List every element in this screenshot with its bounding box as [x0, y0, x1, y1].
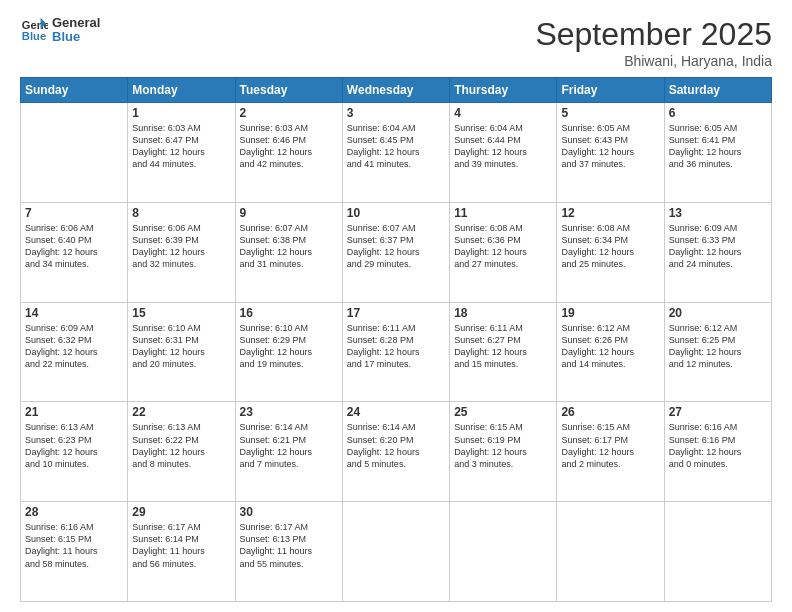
day-number: 16 — [240, 306, 338, 320]
calendar-cell: 22Sunrise: 6:13 AM Sunset: 6:22 PM Dayli… — [128, 402, 235, 502]
day-info: Sunrise: 6:04 AM Sunset: 6:44 PM Dayligh… — [454, 122, 552, 171]
day-info: Sunrise: 6:14 AM Sunset: 6:20 PM Dayligh… — [347, 421, 445, 470]
page: General Blue General Blue September 2025… — [0, 0, 792, 612]
day-number: 3 — [347, 106, 445, 120]
day-number: 1 — [132, 106, 230, 120]
calendar-cell: 5Sunrise: 6:05 AM Sunset: 6:43 PM Daylig… — [557, 103, 664, 203]
calendar-cell: 16Sunrise: 6:10 AM Sunset: 6:29 PM Dayli… — [235, 302, 342, 402]
day-info: Sunrise: 6:10 AM Sunset: 6:29 PM Dayligh… — [240, 322, 338, 371]
column-header-wednesday: Wednesday — [342, 78, 449, 103]
day-number: 5 — [561, 106, 659, 120]
calendar-cell: 4Sunrise: 6:04 AM Sunset: 6:44 PM Daylig… — [450, 103, 557, 203]
calendar-cell: 19Sunrise: 6:12 AM Sunset: 6:26 PM Dayli… — [557, 302, 664, 402]
calendar-cell: 14Sunrise: 6:09 AM Sunset: 6:32 PM Dayli… — [21, 302, 128, 402]
calendar-cell — [664, 502, 771, 602]
header: General Blue General Blue September 2025… — [20, 16, 772, 69]
day-info: Sunrise: 6:17 AM Sunset: 6:14 PM Dayligh… — [132, 521, 230, 570]
day-info: Sunrise: 6:06 AM Sunset: 6:39 PM Dayligh… — [132, 222, 230, 271]
calendar-cell — [557, 502, 664, 602]
calendar-cell: 9Sunrise: 6:07 AM Sunset: 6:38 PM Daylig… — [235, 202, 342, 302]
logo-text-general: General — [52, 16, 100, 30]
day-number: 13 — [669, 206, 767, 220]
svg-text:Blue: Blue — [22, 31, 46, 43]
day-number: 11 — [454, 206, 552, 220]
day-number: 10 — [347, 206, 445, 220]
day-number: 29 — [132, 505, 230, 519]
day-number: 8 — [132, 206, 230, 220]
day-info: Sunrise: 6:17 AM Sunset: 6:13 PM Dayligh… — [240, 521, 338, 570]
day-number: 25 — [454, 405, 552, 419]
column-header-tuesday: Tuesday — [235, 78, 342, 103]
day-number: 15 — [132, 306, 230, 320]
calendar-cell: 21Sunrise: 6:13 AM Sunset: 6:23 PM Dayli… — [21, 402, 128, 502]
day-info: Sunrise: 6:10 AM Sunset: 6:31 PM Dayligh… — [132, 322, 230, 371]
calendar-cell — [342, 502, 449, 602]
day-info: Sunrise: 6:03 AM Sunset: 6:47 PM Dayligh… — [132, 122, 230, 171]
day-info: Sunrise: 6:04 AM Sunset: 6:45 PM Dayligh… — [347, 122, 445, 171]
calendar-cell: 17Sunrise: 6:11 AM Sunset: 6:28 PM Dayli… — [342, 302, 449, 402]
day-number: 22 — [132, 405, 230, 419]
day-info: Sunrise: 6:12 AM Sunset: 6:25 PM Dayligh… — [669, 322, 767, 371]
calendar-header-row: SundayMondayTuesdayWednesdayThursdayFrid… — [21, 78, 772, 103]
calendar-cell: 28Sunrise: 6:16 AM Sunset: 6:15 PM Dayli… — [21, 502, 128, 602]
day-info: Sunrise: 6:06 AM Sunset: 6:40 PM Dayligh… — [25, 222, 123, 271]
calendar-cell: 26Sunrise: 6:15 AM Sunset: 6:17 PM Dayli… — [557, 402, 664, 502]
calendar-cell: 6Sunrise: 6:05 AM Sunset: 6:41 PM Daylig… — [664, 103, 771, 203]
calendar-cell: 20Sunrise: 6:12 AM Sunset: 6:25 PM Dayli… — [664, 302, 771, 402]
calendar-cell: 13Sunrise: 6:09 AM Sunset: 6:33 PM Dayli… — [664, 202, 771, 302]
day-info: Sunrise: 6:07 AM Sunset: 6:38 PM Dayligh… — [240, 222, 338, 271]
day-info: Sunrise: 6:11 AM Sunset: 6:28 PM Dayligh… — [347, 322, 445, 371]
day-number: 19 — [561, 306, 659, 320]
location-subtitle: Bhiwani, Haryana, India — [535, 53, 772, 69]
calendar-cell: 1Sunrise: 6:03 AM Sunset: 6:47 PM Daylig… — [128, 103, 235, 203]
calendar-cell: 11Sunrise: 6:08 AM Sunset: 6:36 PM Dayli… — [450, 202, 557, 302]
day-number: 18 — [454, 306, 552, 320]
column-header-saturday: Saturday — [664, 78, 771, 103]
day-info: Sunrise: 6:15 AM Sunset: 6:19 PM Dayligh… — [454, 421, 552, 470]
logo: General Blue General Blue — [20, 16, 100, 45]
calendar-week-row-5: 28Sunrise: 6:16 AM Sunset: 6:15 PM Dayli… — [21, 502, 772, 602]
title-block: September 2025 Bhiwani, Haryana, India — [535, 16, 772, 69]
day-info: Sunrise: 6:13 AM Sunset: 6:22 PM Dayligh… — [132, 421, 230, 470]
column-header-sunday: Sunday — [21, 78, 128, 103]
day-info: Sunrise: 6:13 AM Sunset: 6:23 PM Dayligh… — [25, 421, 123, 470]
calendar-cell: 2Sunrise: 6:03 AM Sunset: 6:46 PM Daylig… — [235, 103, 342, 203]
day-number: 6 — [669, 106, 767, 120]
calendar-cell: 23Sunrise: 6:14 AM Sunset: 6:21 PM Dayli… — [235, 402, 342, 502]
day-info: Sunrise: 6:14 AM Sunset: 6:21 PM Dayligh… — [240, 421, 338, 470]
calendar-cell: 29Sunrise: 6:17 AM Sunset: 6:14 PM Dayli… — [128, 502, 235, 602]
calendar-cell — [450, 502, 557, 602]
calendar-table: SundayMondayTuesdayWednesdayThursdayFrid… — [20, 77, 772, 602]
day-info: Sunrise: 6:05 AM Sunset: 6:43 PM Dayligh… — [561, 122, 659, 171]
day-info: Sunrise: 6:16 AM Sunset: 6:15 PM Dayligh… — [25, 521, 123, 570]
day-info: Sunrise: 6:08 AM Sunset: 6:34 PM Dayligh… — [561, 222, 659, 271]
calendar-cell: 24Sunrise: 6:14 AM Sunset: 6:20 PM Dayli… — [342, 402, 449, 502]
day-number: 7 — [25, 206, 123, 220]
day-number: 20 — [669, 306, 767, 320]
calendar-week-row-2: 7Sunrise: 6:06 AM Sunset: 6:40 PM Daylig… — [21, 202, 772, 302]
day-number: 24 — [347, 405, 445, 419]
day-info: Sunrise: 6:09 AM Sunset: 6:32 PM Dayligh… — [25, 322, 123, 371]
day-number: 2 — [240, 106, 338, 120]
day-number: 9 — [240, 206, 338, 220]
calendar-cell: 8Sunrise: 6:06 AM Sunset: 6:39 PM Daylig… — [128, 202, 235, 302]
day-number: 4 — [454, 106, 552, 120]
day-info: Sunrise: 6:12 AM Sunset: 6:26 PM Dayligh… — [561, 322, 659, 371]
day-info: Sunrise: 6:05 AM Sunset: 6:41 PM Dayligh… — [669, 122, 767, 171]
day-number: 12 — [561, 206, 659, 220]
calendar-cell: 3Sunrise: 6:04 AM Sunset: 6:45 PM Daylig… — [342, 103, 449, 203]
month-title: September 2025 — [535, 16, 772, 53]
calendar-cell: 7Sunrise: 6:06 AM Sunset: 6:40 PM Daylig… — [21, 202, 128, 302]
calendar-week-row-4: 21Sunrise: 6:13 AM Sunset: 6:23 PM Dayli… — [21, 402, 772, 502]
day-number: 21 — [25, 405, 123, 419]
calendar-week-row-3: 14Sunrise: 6:09 AM Sunset: 6:32 PM Dayli… — [21, 302, 772, 402]
day-info: Sunrise: 6:16 AM Sunset: 6:16 PM Dayligh… — [669, 421, 767, 470]
calendar-week-row-1: 1Sunrise: 6:03 AM Sunset: 6:47 PM Daylig… — [21, 103, 772, 203]
column-header-monday: Monday — [128, 78, 235, 103]
day-number: 17 — [347, 306, 445, 320]
calendar-cell: 27Sunrise: 6:16 AM Sunset: 6:16 PM Dayli… — [664, 402, 771, 502]
day-number: 26 — [561, 405, 659, 419]
day-info: Sunrise: 6:03 AM Sunset: 6:46 PM Dayligh… — [240, 122, 338, 171]
day-info: Sunrise: 6:09 AM Sunset: 6:33 PM Dayligh… — [669, 222, 767, 271]
day-info: Sunrise: 6:15 AM Sunset: 6:17 PM Dayligh… — [561, 421, 659, 470]
